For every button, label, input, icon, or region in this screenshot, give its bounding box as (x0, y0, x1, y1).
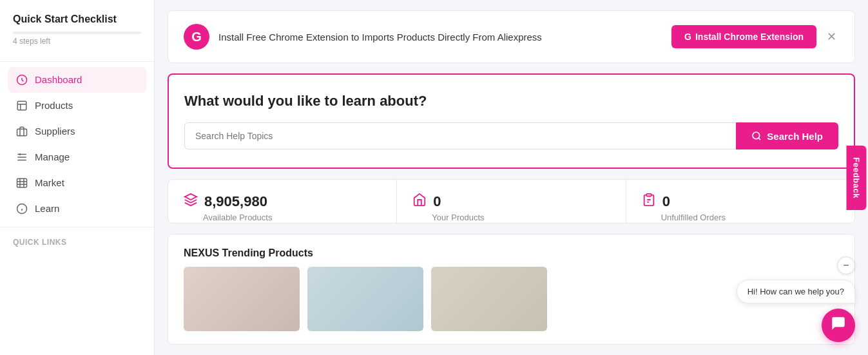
chrome-banner-left: G Install Free Chrome Extension to Impor… (184, 24, 542, 50)
chrome-extension-banner: G Install Free Chrome Extension to Impor… (168, 10, 855, 63)
trending-placeholder-3 (431, 267, 547, 331)
sidebar-bottom-divider (0, 227, 154, 227)
stat-header-available: 8,905,980 (184, 193, 381, 210)
svg-point-9 (753, 132, 760, 139)
google-logo: G (184, 24, 209, 50)
trending-placeholder-1 (184, 267, 300, 331)
stat-header-unfulfilled: 0 (642, 193, 839, 210)
trending-title: NEXUS Trending Products (184, 247, 839, 259)
suppliers-icon (15, 125, 28, 138)
sidebar-progress: 4 steps left (13, 32, 141, 46)
stat-label-yours: Your Products (432, 213, 610, 222)
svg-rect-2 (17, 129, 27, 136)
sidebar-item-label-manage: Manage (35, 151, 70, 162)
clipboard-icon (642, 193, 656, 210)
chrome-banner-text: Install Free Chrome Extension to Imports… (218, 32, 542, 43)
sidebar-header: Quick Start Checklist 4 steps left (0, 13, 154, 56)
stat-card-unfulfilled-orders: 0 Unfulfilled Orders (626, 180, 854, 223)
sidebar-divider (0, 61, 154, 62)
progress-bar-background (13, 32, 141, 34)
learn-section-title: What would you like to learn about? (184, 93, 838, 110)
stat-number-available: 8,905,980 (204, 193, 267, 210)
learn-search-section: What would you like to learn about? Sear… (168, 73, 855, 169)
sidebar-item-dashboard[interactable]: Dashboard (8, 67, 146, 93)
close-banner-button[interactable]: ✕ (824, 27, 839, 46)
chat-icon (830, 315, 847, 336)
home-icon (412, 193, 427, 210)
svg-rect-1 (17, 101, 26, 110)
chat-bubble: Hi! How can we help you? (737, 280, 855, 303)
install-chrome-extension-button[interactable]: G Install Chrome Extension (671, 25, 816, 48)
sidebar-item-learn[interactable]: Learn (8, 196, 146, 222)
sidebar-item-products[interactable]: Products (8, 93, 146, 119)
search-icon (751, 131, 762, 141)
search-help-button[interactable]: Search Help (736, 122, 838, 149)
trending-product-image-2[interactable] (307, 267, 423, 331)
sidebar-item-label-dashboard: Dashboard (35, 74, 82, 85)
dashboard-icon (15, 73, 28, 86)
chat-minimize-button[interactable]: − (837, 256, 855, 274)
search-help-input[interactable] (184, 122, 736, 149)
checklist-title: Quick Start Checklist (13, 13, 141, 26)
layers-icon (184, 193, 198, 210)
stat-card-your-products: 0 Your Products (397, 180, 626, 223)
svg-point-6 (19, 153, 21, 155)
stat-header-yours: 0 (412, 193, 610, 210)
stat-number-yours: 0 (433, 193, 441, 210)
manage-icon (15, 151, 28, 164)
sidebar-item-label-market: Market (35, 177, 64, 188)
trending-product-image-3[interactable] (431, 267, 547, 331)
sidebar: Quick Start Checklist 4 steps left Dashb… (0, 0, 155, 355)
sidebar-item-label-products: Products (35, 100, 73, 111)
sidebar-item-suppliers[interactable]: Suppliers (8, 119, 146, 144)
sidebar-item-market[interactable]: Market (8, 170, 146, 196)
svg-rect-11 (646, 194, 651, 197)
stat-label-available: Available Products (203, 213, 381, 222)
chat-widget: − Hi! How can we help you? (737, 280, 855, 342)
feedback-button[interactable]: Feedback (847, 146, 867, 210)
learn-icon (15, 202, 28, 215)
trending-placeholder-2 (307, 267, 423, 331)
search-row: Search Help (184, 122, 838, 149)
stat-number-unfulfilled: 0 (662, 193, 670, 210)
chrome-banner-actions: G Install Chrome Extension ✕ (671, 25, 839, 48)
chat-open-button[interactable] (822, 309, 855, 342)
stat-card-available-products: 8,905,980 Available Products (168, 180, 397, 223)
sidebar-item-label-learn: Learn (35, 203, 59, 214)
stats-row: 8,905,980 Available Products 0 Your Prod… (168, 179, 855, 224)
stat-label-unfulfilled: Unfulfilled Orders (661, 213, 839, 222)
sidebar-navigation: Dashboard Products Suppliers (0, 67, 154, 222)
quick-links-label: Quick Links (0, 233, 154, 252)
trending-product-image-1[interactable] (184, 267, 300, 331)
svg-rect-7 (17, 178, 27, 187)
google-icon-small: G (684, 32, 691, 42)
market-icon (15, 177, 28, 189)
steps-left: 4 steps left (13, 37, 141, 46)
svg-marker-10 (185, 194, 197, 200)
sidebar-item-label-suppliers: Suppliers (35, 126, 75, 137)
products-icon (15, 99, 28, 112)
sidebar-item-manage[interactable]: Manage (8, 144, 146, 170)
